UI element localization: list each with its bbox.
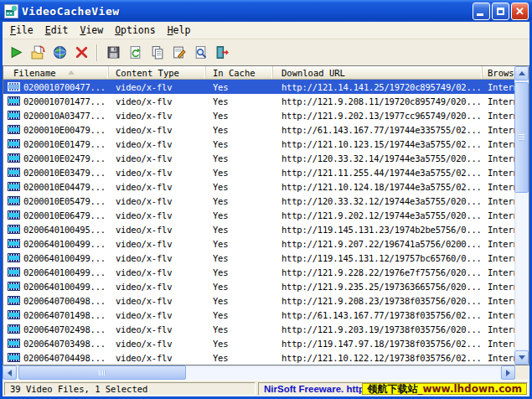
table-row[interactable]: 0200640704498...video/x-flvYeshttp://121… (3, 350, 516, 365)
table-row[interactable]: 0200010701477...video/x-flvYeshttp://121… (3, 94, 516, 108)
cell-url: http://121.10.124.18/19744e3a5755/02... (273, 179, 483, 194)
cell-cache: Yes (206, 137, 273, 151)
column-header-label: In Cache (213, 68, 256, 78)
save-button[interactable] (103, 43, 123, 63)
menu-item-help[interactable]: Help (162, 23, 197, 38)
menu-item-file[interactable]: File (4, 23, 39, 38)
film-strip-icon (8, 196, 20, 205)
find-button[interactable] (190, 43, 210, 63)
table-row[interactable]: 0200010E03479...video/x-flvYeshttp://121… (3, 165, 516, 179)
cell-url: http://121.11.255.44/19744e3a5755/02... (273, 165, 483, 179)
cell-type: video/x-flv (109, 279, 206, 293)
column-header-label: Browse (488, 68, 516, 78)
cell-cache: Yes (206, 308, 273, 322)
horizontal-scrollbar[interactable] (3, 365, 515, 380)
cell-name: 0200010E06479... (3, 208, 109, 222)
cell-cache: Yes (206, 208, 273, 222)
minimize-button[interactable] (473, 3, 490, 20)
cell-browser: Intern (483, 293, 516, 308)
table-row[interactable]: 0200010E04479...video/x-flvYeshttp://121… (3, 179, 516, 194)
cell-type: video/x-flv (109, 194, 206, 208)
film-strip-icon (8, 296, 20, 305)
cell-type: video/x-flv (109, 251, 206, 265)
open-in-browser-button[interactable] (49, 43, 70, 63)
cell-url: http://121.9.207.22/196741a5756/0200... (273, 236, 483, 251)
cell-url: http://121.9.228.22/1976e7f75756/020... (273, 265, 483, 279)
app-window: VideoCacheView ✕ FileEditViewOptionsHelp (0, 0, 532, 399)
table-row[interactable]: 0200640100499...video/x-flvYeshttp://121… (3, 265, 516, 279)
play-video-button[interactable] (6, 43, 26, 63)
table-row[interactable]: 0200010E00479...video/x-flvYeshttp://61.… (3, 122, 516, 137)
properties-button[interactable] (168, 43, 189, 63)
copy-button[interactable] (147, 43, 167, 63)
cell-cache: Yes (206, 194, 273, 208)
toolbar-separator (96, 44, 98, 61)
table-row[interactable]: 0200010E05479...video/x-flvYeshttp://120… (3, 194, 516, 208)
film-strip-icon (8, 310, 20, 319)
menu-item-options[interactable]: Options (109, 23, 161, 38)
column-header-cache[interactable]: In Cache (206, 66, 273, 79)
status-count: 39 Video Files, 1 Selected (4, 382, 256, 396)
column-header-browser[interactable]: Browse (483, 66, 516, 79)
cell-browser: Intern (483, 265, 516, 279)
table-row[interactable]: 0200010700477...video/x-flvYeshttp://121… (3, 80, 516, 94)
cell-cache: Yes (206, 251, 273, 265)
column-header-url[interactable]: Download URL (273, 66, 483, 79)
delete-icon (75, 45, 89, 60)
cell-url: http://121.9.235.25/197363665756/020... (273, 279, 483, 293)
cell-url: http://121.9.208.11/19720c895749/020... (273, 94, 483, 108)
column-header-name[interactable]: Filename (3, 66, 109, 79)
exit-button[interactable] (212, 43, 232, 63)
cell-browser: Intern (483, 336, 516, 350)
close-button[interactable]: ✕ (511, 3, 529, 20)
cell-type: video/x-flv (109, 122, 206, 137)
cell-type: video/x-flv (109, 208, 206, 222)
table-row[interactable]: 0200010E06479...video/x-flvYeshttp://121… (3, 208, 516, 222)
horizontal-scroll-track[interactable] (17, 365, 501, 380)
copy-to-folder-button[interactable] (28, 43, 48, 63)
table-row[interactable]: 0200640100499...video/x-flvYeshttp://121… (3, 279, 516, 293)
cell-type: video/x-flv (109, 265, 206, 279)
cell-browser: Intern (483, 236, 516, 251)
scrollbar-corner (515, 365, 529, 380)
table-row[interactable]: 0200640701498...video/x-flvYeshttp://61.… (3, 308, 516, 322)
cell-name: 0200010E03479... (3, 165, 109, 179)
column-header-type[interactable]: Content Type (109, 66, 206, 79)
film-strip-icon (8, 353, 20, 362)
menu-item-view[interactable]: View (74, 23, 109, 38)
table-row[interactable]: 0200010A03477...video/x-flvYeshttp://121… (3, 108, 516, 122)
maximize-button[interactable] (492, 3, 509, 20)
table-row[interactable]: 0200640702498...video/x-flvYeshttp://121… (3, 322, 516, 336)
vertical-scroll-track[interactable] (514, 80, 529, 350)
copy-icon (150, 45, 164, 60)
cell-name: 0200640704498... (3, 350, 109, 365)
table-row[interactable]: 0200640700498...video/x-flvYeshttp://121… (3, 293, 516, 308)
sort-ascending-icon (68, 70, 75, 75)
table-row[interactable]: 0200640100499...video/x-flvYeshttp://119… (3, 251, 516, 265)
cell-cache: Yes (206, 80, 273, 94)
cell-name: 0200640100499... (3, 251, 109, 265)
cell-url: http://121.10.123.15/19744e3a5755/02... (273, 137, 483, 151)
cell-name: 0200640703498... (3, 336, 109, 350)
arrow-left-icon (8, 370, 12, 376)
table-row[interactable]: 0200640100495...video/x-flvYeshttp://119… (3, 222, 516, 236)
vertical-scrollbar[interactable] (514, 66, 529, 365)
table-row[interactable]: 0200640100499...video/x-flvYeshttp://121… (3, 236, 516, 251)
table-row[interactable]: 0200010E01479...video/x-flvYeshttp://121… (3, 137, 516, 151)
refresh-button[interactable] (125, 43, 145, 63)
delete-button[interactable] (71, 43, 91, 63)
table-row[interactable]: 0200640703498...video/x-flvYeshttp://119… (3, 336, 516, 350)
maximize-icon (497, 8, 504, 15)
cell-type: video/x-flv (109, 94, 206, 108)
table-row[interactable]: 0200010E02479...video/x-flvYeshttp://120… (3, 151, 516, 165)
scroll-right-button[interactable] (501, 365, 515, 380)
horizontal-scroll-thumb[interactable] (18, 365, 186, 380)
title-bar[interactable]: VideoCacheView ✕ (0, 0, 532, 22)
cell-browser: Intern (483, 251, 516, 265)
scroll-left-button[interactable] (3, 365, 17, 380)
vertical-scroll-thumb[interactable] (514, 82, 529, 193)
scroll-up-button[interactable] (514, 66, 529, 80)
cell-name: 0200640100499... (3, 236, 109, 251)
menu-item-edit[interactable]: Edit (39, 23, 75, 38)
scroll-down-button[interactable] (514, 350, 529, 365)
